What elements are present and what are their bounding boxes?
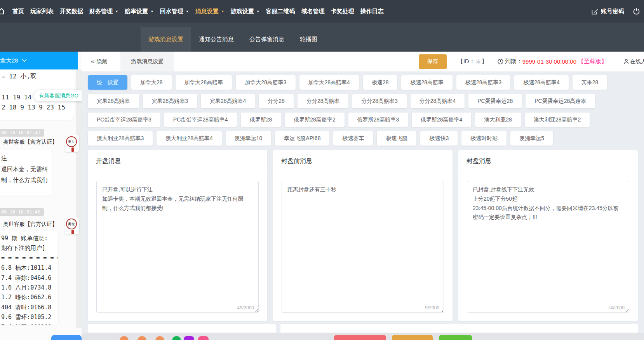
main-content: «隐藏 游戏消息设置 保存 【ID： 】 到期： 9999-01-30 00:0… — [82, 52, 644, 340]
nav-item[interactable]: 客服二维码 — [263, 0, 298, 23]
nav-item[interactable]: 操作日志 — [357, 0, 387, 23]
new-message-notification[interactable]: 有新客服消息GO — [34, 90, 82, 101]
game-tab-button[interactable]: 俄罗斯28高赔率3 — [348, 113, 408, 127]
edit-icon — [592, 8, 598, 15]
game-tab-button[interactable]: PC蛋蛋幸运28 — [468, 94, 522, 108]
game-tab-button[interactable]: 加拿大28高赔率 — [176, 75, 232, 90]
subnav-tab[interactable]: 公告弹窗消息 — [242, 27, 292, 52]
chat-line: 注 — [1, 153, 50, 164]
scrollbar-track[interactable] — [76, 69, 82, 328]
game-tab-button[interactable]: 极速28高赔率 — [401, 75, 453, 90]
game-tab-button[interactable]: 加拿大28高赔率3 — [236, 75, 295, 90]
game-tabs-row: 统一设置加拿大28加拿大28高赔率加拿大28高赔率3加拿大28高赔率4极速28极… — [88, 75, 638, 90]
nav-items: 首页 玩家列表 开奖数据 财务管理 ▼ 赔率设置 ▼ 回水管理 ▼ 消息设置 ▼… — [9, 0, 387, 23]
message-textarea[interactable] — [467, 181, 629, 313]
nav-item[interactable]: 游戏设置 ▼ — [228, 0, 263, 23]
account-password-button[interactable]: 账号密码 — [592, 8, 624, 15]
nav-item[interactable]: 赔率设置 ▼ — [122, 0, 157, 23]
avatar-seal — [71, 230, 74, 234]
subnav-tab[interactable]: 通知公告消息 — [191, 27, 242, 52]
avatar[interactable]: 奥世 — [64, 217, 79, 234]
emoji-icon-pink[interactable] — [198, 336, 209, 340]
subnav-tab-label: 游戏消息设置 — [148, 36, 183, 43]
message-timestamp: 08-16 16:01:48 — [0, 208, 44, 216]
nav-item[interactable]: 回水管理 ▼ — [157, 0, 192, 23]
game-tab-button[interactable]: 极速时时彩 — [461, 131, 506, 146]
game-tab-button[interactable]: 宾果28高赔率4 — [201, 94, 255, 108]
panel-title: 封盘前消息 — [273, 150, 453, 172]
game-tab-button[interactable]: 俄罗斯28 — [241, 113, 281, 127]
game-tab-button[interactable]: 极速快3 — [420, 131, 458, 146]
sub-navbar: 游戏消息设置 通知公告消息 公告弹窗消息 轮播图 — [0, 23, 644, 52]
game-tab-button[interactable]: 澳洲幸运5 — [510, 131, 553, 146]
subnav-tab[interactable]: 轮播图 — [292, 27, 325, 52]
chevron-down-icon: ▼ — [150, 10, 154, 13]
game-tab-button[interactable]: 澳洲幸运10 — [226, 131, 272, 146]
game-tab-button[interactable]: 极速28高赔率4 — [514, 75, 568, 90]
collapse-sidebar-button[interactable]: «隐藏 — [91, 58, 107, 65]
game-tab-button[interactable]: 宾果28 — [573, 75, 607, 90]
message-panels: 开盘消息 49/2000 封盘前消息 9/2000 封盘消息 74/2000 — [88, 150, 638, 321]
nav-item[interactable]: 首页 — [9, 0, 27, 23]
game-tab-button[interactable]: 加拿大28 — [131, 75, 172, 90]
save-button[interactable]: 保存 — [419, 54, 447, 69]
chat-history: = 12 小,双11 19 14 7 12 18 9 13 9 23 15 有新… — [0, 69, 82, 340]
game-selector-dropdown[interactable]: 加拿大28 — [0, 52, 78, 69]
nav-item[interactable]: 开奖数据 — [57, 0, 86, 23]
subnav-tab-label: 公告弹窗消息 — [249, 36, 284, 43]
nav-item-label: 操作日志 — [360, 8, 384, 15]
char-count: 74/2000 — [606, 305, 625, 311]
home-icon[interactable] — [0, 7, 5, 15]
message-panel: 开盘消息 49/2000 — [88, 150, 267, 321]
game-tab-button[interactable]: 幸运飞艇API68 — [275, 131, 329, 146]
avatar-logo: 奥世 — [66, 136, 77, 147]
account-id: 【ID： 】 — [458, 58, 487, 65]
game-tab-button[interactable]: 澳大利亚28高赔率4 — [157, 131, 221, 146]
game-tab-button[interactable]: 分分28高赔率 — [298, 94, 349, 108]
nav-item[interactable]: 财务管理 ▼ — [86, 0, 122, 23]
game-tab-button[interactable]: 分分28高赔率3 — [352, 94, 406, 108]
game-tab-button[interactable]: 统一设置 — [88, 75, 127, 90]
game-tab-button[interactable]: 分分28高赔率4 — [411, 94, 465, 108]
nav-item[interactable]: 消息设置 ▼ — [192, 0, 228, 23]
toolbar: «隐藏 游戏消息设置 保存 【ID： 】 到期： 9999-01-30 00:0… — [82, 52, 644, 71]
chat-line: 7.4 蓶妳:0464.6 — [1, 273, 56, 283]
message-textarea[interactable] — [282, 181, 444, 313]
game-tab-button[interactable]: 极速28高赔率3 — [456, 75, 510, 90]
game-tab-button[interactable]: 宾果28高赔率 — [88, 94, 139, 108]
subnav-tab[interactable]: 游戏消息设置 — [141, 27, 191, 52]
game-tab-button[interactable]: 澳大利亚28 — [475, 113, 521, 127]
game-tab-button[interactable]: 澳大利亚28高赔率2 — [525, 113, 590, 127]
loading-spinner-icon — [475, 59, 481, 65]
game-tab-button[interactable]: 俄罗斯28高赔率2 — [285, 113, 344, 127]
game-tab-button[interactable]: PC蛋蛋幸运28高赔率 — [526, 94, 595, 108]
game-tab-button[interactable]: 极速28 — [363, 75, 398, 90]
game-tab-button[interactable]: PC蛋蛋幸运28高赔率4 — [164, 113, 237, 127]
toolbar-tab-game-message[interactable]: 游戏消息设置 — [120, 52, 174, 71]
game-tab-button[interactable]: 加拿大28高赔率4 — [299, 75, 359, 90]
chat-line: 1.6 八月:0734.8 — [1, 283, 56, 293]
avatar[interactable]: 奥世 — [64, 135, 79, 152]
expire-date: 9999-01-30 00:00:00 — [522, 58, 576, 65]
game-tab-button[interactable]: 俄罗斯28高赔率4 — [412, 113, 471, 127]
nav-item[interactable]: 卡奖处理 — [328, 0, 357, 23]
send-button[interactable] — [51, 335, 82, 340]
game-tab-button[interactable]: 极速飞艇 — [377, 131, 416, 146]
nav-item-label: 首页 — [12, 8, 24, 15]
game-tab-button[interactable]: PC蛋蛋幸运28高赔率3 — [88, 113, 160, 127]
panel-body: 49/2000 — [88, 172, 267, 323]
action-button-orange[interactable] — [392, 335, 433, 340]
clock-icon — [498, 59, 503, 64]
action-button-red[interactable] — [334, 335, 386, 340]
nav-item[interactable]: 域名管理 — [298, 0, 328, 23]
game-tab-button[interactable]: 澳大利亚28高赔率3 — [88, 131, 153, 146]
game-tab-button[interactable]: 分分28 — [259, 94, 294, 108]
action-button-green[interactable] — [439, 335, 472, 340]
nav-item[interactable]: 玩家列表 — [27, 0, 57, 23]
game-tabs-row: 澳大利亚28高赔率3澳大利亚28高赔率4澳洲幸运10幸运飞艇API68极速赛车极… — [88, 131, 638, 146]
power-icon[interactable] — [633, 8, 640, 15]
game-tab-button[interactable]: 宾果28高赔率3 — [143, 94, 197, 108]
emoji-icon-purple[interactable] — [184, 336, 194, 340]
game-tab-button[interactable]: 极速赛车 — [333, 131, 373, 146]
message-textarea[interactable] — [96, 181, 259, 313]
